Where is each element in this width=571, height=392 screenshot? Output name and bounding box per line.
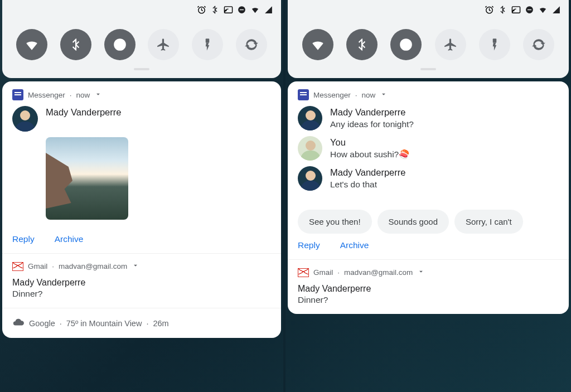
qs-wifi-tile[interactable] [302, 29, 333, 60]
smart-reply-chip[interactable]: See you then! [298, 210, 372, 234]
cast-status-icon [511, 4, 521, 14]
qs-bluetooth-tile[interactable] [60, 29, 91, 60]
notification-age: 26m [153, 319, 168, 328]
expand-handle[interactable] [420, 68, 436, 70]
qs-airplane-tile[interactable] [148, 29, 179, 60]
message-row: Mady Vanderperre Let's do that [298, 166, 559, 191]
smart-reply-chip[interactable]: Sounds good [378, 210, 449, 234]
qs-autorotate-tile[interactable] [523, 29, 554, 60]
gmail-notification[interactable]: Gmail · madvan@gmail.com Mady Vanderperr… [288, 260, 569, 314]
message-text: Let's do that [330, 180, 559, 190]
quick-settings-panel[interactable] [288, 0, 569, 78]
sender-name: You [330, 137, 559, 148]
sender-avatar [298, 166, 322, 191]
expand-icon[interactable] [380, 90, 388, 100]
sender-name: Mady Vanderperre [46, 107, 271, 118]
gmail-account: madvan@gmail.com [344, 268, 413, 277]
quick-settings-row [2, 19, 281, 64]
email-from: Mady Vanderperre [298, 284, 559, 294]
sender-avatar [298, 106, 322, 130]
alarm-icon [196, 4, 206, 14]
qs-flashlight-tile[interactable] [192, 29, 223, 60]
quick-settings-row [288, 19, 569, 64]
qs-dnd-tile[interactable] [104, 29, 136, 60]
reply-button[interactable]: Reply [298, 240, 320, 250]
email-subject: Dinner? [298, 295, 559, 305]
notification-stack: Messenger · now Mady Vanderperre Any ide… [288, 81, 569, 314]
qs-dnd-tile[interactable] [390, 29, 422, 60]
message-text: Any ideas for tonight? [330, 119, 559, 129]
app-name: Gmail [28, 262, 47, 270]
message-text: How about sushi?🍣 [330, 149, 559, 159]
expand-handle[interactable] [134, 68, 149, 70]
sender-name: Mady Vanderperre [330, 107, 559, 118]
notification-header[interactable]: Messenger · now [2, 81, 281, 106]
status-bar [288, 0, 569, 19]
email-from: Mady Vanderperre [12, 278, 271, 288]
wifi-status-icon [538, 4, 548, 14]
wifi-status-icon [250, 4, 260, 14]
expand-icon[interactable] [417, 268, 425, 277]
gmail-account: madvan@gmail.com [59, 262, 127, 270]
image-attachment[interactable] [46, 137, 128, 220]
smart-reply-chip[interactable]: Sorry, I can't [454, 210, 523, 234]
bluetooth-status-icon [210, 4, 220, 14]
app-name: Messenger [28, 91, 65, 99]
notification-time: now [76, 91, 90, 99]
weather-text: 75º in Mountain View [66, 319, 142, 328]
app-name: Gmail [313, 268, 333, 277]
status-bar [2, 0, 281, 19]
messenger-notification[interactable]: Messenger · now Mady Vanderperre Reply A… [2, 81, 281, 254]
bluetooth-status-icon [497, 4, 507, 14]
archive-button[interactable]: Archive [55, 234, 84, 244]
messenger-icon [12, 89, 23, 100]
reply-button[interactable]: Reply [12, 234, 35, 244]
notification-header[interactable]: Gmail · madvan@gmail.com [288, 260, 569, 283]
qs-wifi-tile[interactable] [16, 29, 47, 60]
sender-avatar [298, 136, 322, 161]
expand-icon[interactable] [94, 90, 102, 100]
notification-header[interactable]: Messenger · now [288, 81, 569, 106]
qs-bluetooth-tile[interactable] [346, 29, 378, 60]
gmail-icon [12, 262, 23, 271]
alarm-icon [484, 4, 494, 14]
dnd-status-icon [236, 4, 246, 14]
cast-status-icon [223, 4, 233, 14]
cellular-status-icon [263, 4, 273, 14]
cloud-icon [12, 316, 25, 330]
message-row: You How about sushi?🍣 [298, 136, 559, 161]
dnd-status-icon [524, 4, 534, 14]
archive-button[interactable]: Archive [340, 240, 369, 250]
email-subject: Dinner? [12, 289, 271, 299]
notification-header[interactable]: Gmail · madvan@gmail.com [2, 254, 281, 277]
smart-reply-row: See you then!Sounds goodSorry, I can't [288, 204, 569, 237]
gmail-notification[interactable]: Gmail · madvan@gmail.com Mady Vanderperr… [2, 254, 281, 308]
message-row: Mady Vanderperre Any ideas for tonight? [298, 106, 559, 130]
sender-avatar [12, 106, 38, 132]
app-name: Messenger [313, 91, 351, 99]
app-name: Google [29, 319, 55, 328]
qs-flashlight-tile[interactable] [479, 29, 510, 60]
cellular-status-icon [551, 4, 561, 14]
messenger-notification[interactable]: Messenger · now Mady Vanderperre Any ide… [288, 81, 569, 260]
screenshot-right: Messenger · now Mady Vanderperre Any ide… [286, 0, 571, 392]
expand-icon[interactable] [132, 262, 139, 271]
gmail-icon [298, 268, 309, 277]
messenger-icon [298, 89, 309, 100]
notification-stack: Messenger · now Mady Vanderperre Reply A… [2, 81, 281, 338]
notification-time: now [362, 91, 376, 99]
qs-autorotate-tile[interactable] [236, 29, 267, 60]
google-notification[interactable]: Google · 75º in Mountain View · 26m [2, 308, 281, 338]
quick-settings-panel[interactable] [2, 0, 281, 78]
sender-name: Mady Vanderperre [330, 167, 559, 178]
screenshot-left: Messenger · now Mady Vanderperre Reply A… [0, 0, 286, 392]
qs-airplane-tile[interactable] [435, 29, 466, 60]
